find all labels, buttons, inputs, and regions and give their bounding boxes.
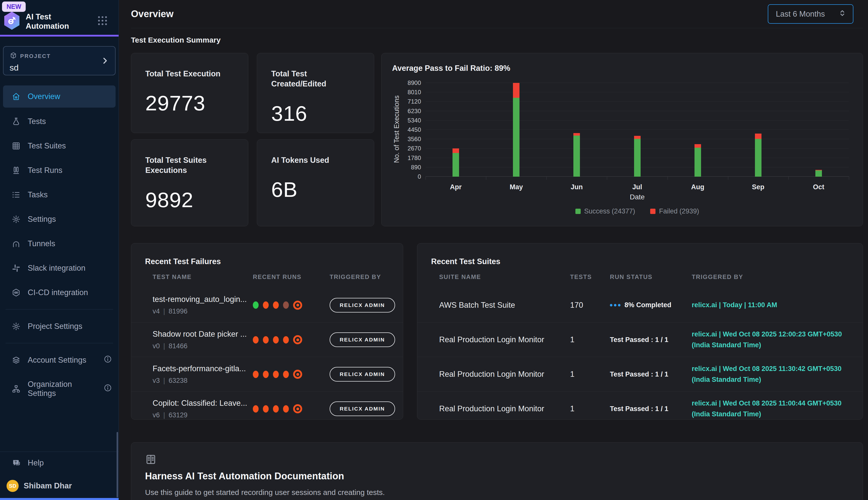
run-dot-red[interactable] xyxy=(263,371,269,378)
metric-label: Total Test Suites Executions xyxy=(145,155,228,176)
tables-row: Recent Test Failures TEST NAMERECENT RUN… xyxy=(131,243,863,420)
legend-item: Failed (2939) xyxy=(650,207,699,215)
run-dot-muted[interactable] xyxy=(283,302,289,309)
bar-may xyxy=(513,83,519,177)
sidebar-item-test-suites[interactable]: Test Suites xyxy=(3,134,116,158)
home-icon xyxy=(12,92,21,101)
y-tick-label: 0 xyxy=(393,173,421,180)
user-name: Shibam Dhar xyxy=(24,481,72,490)
bar-failed-segment xyxy=(453,148,459,153)
run-dot-red[interactable] xyxy=(273,405,279,412)
suite-row[interactable]: AWS Batch Test Suite1708% Completedrelic… xyxy=(417,288,863,322)
run-status-cell: Test Passed : 1 / 1 xyxy=(610,336,692,344)
sidebar-item-help[interactable]: ? Help xyxy=(0,452,119,474)
bar-success-segment xyxy=(694,148,701,177)
metric-value: 316 xyxy=(271,101,360,126)
run-dot-ring[interactable] xyxy=(293,404,302,413)
suite-name: Real Production Login Monitor xyxy=(439,370,570,379)
progress-loader-icon xyxy=(610,304,621,306)
project-selector[interactable]: PROJECT sd xyxy=(3,46,116,75)
failure-row[interactable]: test-removing_auto_login...v4|81996RELIC… xyxy=(131,288,403,322)
run-dot-red[interactable] xyxy=(273,302,279,309)
bar-sep xyxy=(755,134,762,177)
triggered-by-link[interactable]: relicx.ai | Today | 11:00 AM xyxy=(692,300,863,310)
sidebar-item-tunnels[interactable]: Tunnels xyxy=(3,231,116,256)
sidebar-spacer xyxy=(0,406,119,452)
sidebar-item-label: Test Suites xyxy=(28,141,66,150)
run-dot-ring[interactable] xyxy=(293,301,302,310)
user-menu[interactable]: SD Shibam Dhar xyxy=(0,474,119,498)
run-dot-ring[interactable] xyxy=(293,370,302,379)
sidebar-item-tests[interactable]: Tests xyxy=(3,109,116,134)
triggered-by-button[interactable]: RELICX ADMIN xyxy=(330,401,395,416)
run-dot-red[interactable] xyxy=(273,336,279,343)
run-dot-red[interactable] xyxy=(283,405,289,412)
svg-text:?: ? xyxy=(15,460,17,464)
triggered-by-button[interactable]: RELICX ADMIN xyxy=(330,367,395,382)
run-dot-red[interactable] xyxy=(263,336,269,343)
nav-divider xyxy=(5,343,113,343)
y-tick-label: 3560 xyxy=(393,136,421,143)
date-range-select[interactable]: Last 6 Months xyxy=(768,4,853,24)
triggered-by-cell: RELICX ADMIN xyxy=(330,298,403,312)
sidebar-scrollbar[interactable] xyxy=(117,432,118,498)
bar-jul xyxy=(634,136,641,177)
triggered-by-link[interactable]: relicx.ai | Wed Oct 08 2025 12:00:23 GMT… xyxy=(692,329,863,351)
run-dot-red[interactable] xyxy=(283,371,289,378)
sidebar-item-label: Project Settings xyxy=(28,322,82,331)
sidebar-item-slack-integration[interactable]: Slack integration xyxy=(3,256,116,280)
apps-grid-icon[interactable] xyxy=(96,15,108,28)
run-dot-red[interactable] xyxy=(253,371,259,378)
test-meta: v6|63129 xyxy=(153,411,253,419)
section-title: Test Execution Summary xyxy=(131,36,863,44)
sidebar-item-account-settings[interactable]: Account Settings xyxy=(3,348,116,372)
sidebar-nav: OverviewTestsTest SuitesTest RunsTasksSe… xyxy=(0,86,119,406)
run-dot-red[interactable] xyxy=(273,371,279,378)
run-status-cell: Test Passed : 1 / 1 xyxy=(610,371,692,378)
sidebar: NEW AI Test Automation PROJECT sd Overvi… xyxy=(0,0,119,500)
column-header: RUN STATUS xyxy=(610,273,692,281)
run-dot-red[interactable] xyxy=(253,405,259,412)
triggered-by-button[interactable]: RELICX ADMIN xyxy=(330,332,395,347)
gridline xyxy=(425,101,849,102)
column-header: RECENT RUNS xyxy=(253,273,330,281)
sidebar-item-tasks[interactable]: Tasks xyxy=(3,182,116,207)
failure-row[interactable]: Copilot: Classified: Leave...v6|63129REL… xyxy=(131,391,403,420)
run-dot-red[interactable] xyxy=(253,336,259,343)
recent-runs xyxy=(253,404,330,413)
run-dot-red[interactable] xyxy=(283,336,289,343)
gridline xyxy=(425,120,849,121)
suite-row[interactable]: Real Production Login Monitor1Test Passe… xyxy=(417,357,863,391)
x-tick-label: Oct xyxy=(813,183,824,191)
sidebar-item-test-runs[interactable]: Test Runs xyxy=(3,158,116,182)
run-dot-green[interactable] xyxy=(253,302,259,309)
project-kicker: PROJECT xyxy=(10,52,109,61)
gear-icon xyxy=(12,322,21,331)
x-tick-mark xyxy=(849,177,849,180)
metric-value: 29773 xyxy=(145,91,234,115)
sidebar-item-project-settings[interactable]: Project Settings xyxy=(3,314,116,339)
sidebar-item-overview[interactable]: Overview xyxy=(3,86,116,107)
suite-row[interactable]: Real Production Login Monitor1Test Passe… xyxy=(417,391,863,420)
y-tick-label: 7120 xyxy=(393,98,421,105)
run-dot-ring[interactable] xyxy=(293,335,302,344)
triggered-by-button[interactable]: RELICX ADMIN xyxy=(330,298,395,312)
suite-row[interactable]: Real Production Login Monitor1Test Passe… xyxy=(417,322,863,357)
sidebar-item-label: Account Settings xyxy=(28,355,86,365)
sidebar-item-settings[interactable]: Settings xyxy=(3,207,116,231)
run-dot-red[interactable] xyxy=(263,302,269,309)
run-dot-red[interactable] xyxy=(263,405,269,412)
help-chat-icon: ? xyxy=(12,458,21,468)
bar-failed-segment xyxy=(755,134,762,139)
bar-failed-segment xyxy=(694,144,701,148)
info-icon[interactable] xyxy=(104,355,112,365)
sidebar-item-label: Tasks xyxy=(28,190,48,199)
sidebar-item-ci-cd-integration[interactable]: CI-CD integration xyxy=(3,280,116,305)
failure-row[interactable]: Shadow root Date picker ...v0|81466RELIC… xyxy=(131,322,403,357)
failure-row[interactable]: Facets-performance-gitla...v3|63238RELIC… xyxy=(131,357,403,391)
sidebar-item-organization-settings[interactable]: Organization Settings xyxy=(3,372,116,406)
triggered-by-link[interactable]: relicx.ai | Wed Oct 08 2025 11:30:42 GMT… xyxy=(692,363,863,385)
tunnel-icon xyxy=(12,239,21,248)
info-icon[interactable] xyxy=(104,384,112,394)
triggered-by-link[interactable]: relicx.ai | Wed Oct 08 2025 11:00:44 GMT… xyxy=(692,398,863,420)
